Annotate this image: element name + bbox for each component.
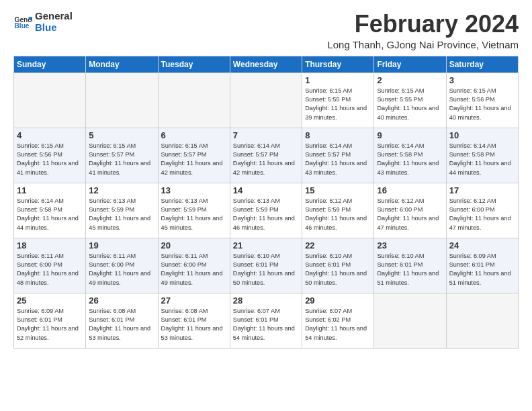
day-info: Sunrise: 6:14 AMSunset: 5:58 PMDaylight:…	[17, 197, 83, 232]
calendar-cell: 19Sunrise: 6:11 AMSunset: 6:00 PMDayligh…	[86, 238, 158, 293]
day-info: Sunrise: 6:11 AMSunset: 6:00 PMDaylight:…	[161, 252, 227, 287]
calendar-cell: 10Sunrise: 6:14 AMSunset: 5:58 PMDayligh…	[446, 128, 518, 183]
calendar-cell: 3Sunrise: 6:15 AMSunset: 5:56 PMDaylight…	[446, 73, 518, 128]
calendar-cell: 14Sunrise: 6:13 AMSunset: 5:59 PMDayligh…	[230, 183, 302, 238]
day-number: 19	[89, 240, 154, 250]
header: General Blue General Blue February 2024 …	[13, 11, 519, 50]
calendar-cell: 26Sunrise: 6:08 AMSunset: 6:01 PMDayligh…	[86, 293, 158, 348]
calendar-cell	[230, 73, 302, 128]
weekday-header-saturday: Saturday	[446, 56, 518, 73]
day-number: 3	[449, 75, 515, 85]
day-info: Sunrise: 6:15 AMSunset: 5:56 PMDaylight:…	[17, 142, 83, 177]
calendar-cell: 23Sunrise: 6:10 AMSunset: 6:01 PMDayligh…	[374, 238, 446, 293]
day-info: Sunrise: 6:07 AMSunset: 6:01 PMDaylight:…	[233, 307, 299, 342]
day-info: Sunrise: 6:12 AMSunset: 5:59 PMDaylight:…	[305, 197, 371, 232]
day-number: 18	[17, 240, 83, 250]
calendar-cell: 13Sunrise: 6:13 AMSunset: 5:59 PMDayligh…	[158, 183, 230, 238]
calendar-cell: 27Sunrise: 6:08 AMSunset: 6:01 PMDayligh…	[158, 293, 230, 348]
day-number: 2	[377, 75, 443, 85]
day-number: 8	[305, 130, 371, 140]
day-number: 10	[449, 130, 515, 140]
day-number: 21	[233, 240, 299, 250]
day-info: Sunrise: 6:14 AMSunset: 5:58 PMDaylight:…	[449, 142, 515, 177]
day-number: 20	[161, 240, 227, 250]
day-info: Sunrise: 6:07 AMSunset: 6:02 PMDaylight:…	[305, 307, 371, 342]
calendar-cell: 29Sunrise: 6:07 AMSunset: 6:02 PMDayligh…	[302, 293, 374, 348]
day-number: 22	[305, 240, 371, 250]
calendar-week-row: 1Sunrise: 6:15 AMSunset: 5:55 PMDaylight…	[14, 73, 519, 128]
day-number: 12	[89, 185, 154, 195]
calendar-cell: 12Sunrise: 6:13 AMSunset: 5:59 PMDayligh…	[86, 183, 158, 238]
day-number: 29	[305, 295, 371, 306]
day-number: 1	[305, 75, 371, 85]
calendar-cell: 11Sunrise: 6:14 AMSunset: 5:58 PMDayligh…	[14, 183, 86, 238]
day-number: 23	[377, 240, 443, 250]
day-number: 6	[161, 130, 227, 140]
day-number: 25	[17, 295, 83, 306]
logo-name-line1: General	[35, 11, 73, 22]
calendar-cell: 9Sunrise: 6:14 AMSunset: 5:58 PMDaylight…	[374, 128, 446, 183]
day-info: Sunrise: 6:09 AMSunset: 6:01 PMDaylight:…	[449, 252, 515, 287]
calendar-cell	[374, 293, 446, 348]
calendar-table: SundayMondayTuesdayWednesdayThursdayFrid…	[13, 56, 519, 349]
day-info: Sunrise: 6:15 AMSunset: 5:57 PMDaylight:…	[161, 142, 227, 177]
calendar-cell	[446, 293, 518, 348]
title-block: February 2024 Long Thanh, GJong Nai Prov…	[327, 11, 519, 50]
calendar-cell: 4Sunrise: 6:15 AMSunset: 5:56 PMDaylight…	[14, 128, 86, 183]
calendar-cell: 21Sunrise: 6:10 AMSunset: 6:01 PMDayligh…	[230, 238, 302, 293]
calendar-cell	[86, 73, 158, 128]
day-number: 4	[17, 130, 83, 140]
day-info: Sunrise: 6:12 AMSunset: 6:00 PMDaylight:…	[377, 197, 443, 232]
weekday-header-wednesday: Wednesday	[230, 56, 302, 73]
calendar-cell: 8Sunrise: 6:14 AMSunset: 5:57 PMDaylight…	[302, 128, 374, 183]
day-info: Sunrise: 6:14 AMSunset: 5:57 PMDaylight:…	[233, 142, 299, 177]
day-info: Sunrise: 6:11 AMSunset: 6:00 PMDaylight:…	[89, 252, 154, 287]
day-number: 13	[161, 185, 227, 195]
calendar-cell: 18Sunrise: 6:11 AMSunset: 6:00 PMDayligh…	[14, 238, 86, 293]
calendar-title: February 2024	[327, 11, 519, 38]
calendar-cell: 15Sunrise: 6:12 AMSunset: 5:59 PMDayligh…	[302, 183, 374, 238]
day-number: 27	[161, 295, 227, 306]
calendar-cell: 6Sunrise: 6:15 AMSunset: 5:57 PMDaylight…	[158, 128, 230, 183]
day-info: Sunrise: 6:13 AMSunset: 5:59 PMDaylight:…	[161, 197, 227, 232]
calendar-cell	[14, 73, 86, 128]
day-number: 14	[233, 185, 299, 195]
day-number: 26	[89, 295, 154, 306]
calendar-week-row: 4Sunrise: 6:15 AMSunset: 5:56 PMDaylight…	[14, 128, 519, 183]
day-info: Sunrise: 6:13 AMSunset: 5:59 PMDaylight:…	[233, 197, 299, 232]
weekday-header-tuesday: Tuesday	[158, 56, 230, 73]
weekday-header-thursday: Thursday	[302, 56, 374, 73]
calendar-cell: 1Sunrise: 6:15 AMSunset: 5:55 PMDaylight…	[302, 73, 374, 128]
day-number: 24	[449, 240, 515, 250]
day-info: Sunrise: 6:14 AMSunset: 5:58 PMDaylight:…	[377, 142, 443, 177]
calendar-week-row: 18Sunrise: 6:11 AMSunset: 6:00 PMDayligh…	[14, 238, 519, 293]
weekday-header-monday: Monday	[86, 56, 158, 73]
calendar-week-row: 11Sunrise: 6:14 AMSunset: 5:58 PMDayligh…	[14, 183, 519, 238]
day-number: 16	[377, 185, 443, 195]
calendar-cell: 20Sunrise: 6:11 AMSunset: 6:00 PMDayligh…	[158, 238, 230, 293]
weekday-header-sunday: Sunday	[14, 56, 86, 73]
day-info: Sunrise: 6:10 AMSunset: 6:01 PMDaylight:…	[377, 252, 443, 287]
calendar-week-row: 25Sunrise: 6:09 AMSunset: 6:01 PMDayligh…	[14, 293, 519, 348]
day-number: 5	[89, 130, 154, 140]
day-number: 11	[17, 185, 83, 195]
day-number: 28	[233, 295, 299, 306]
weekday-header-friday: Friday	[374, 56, 446, 73]
calendar-cell: 7Sunrise: 6:14 AMSunset: 5:57 PMDaylight…	[230, 128, 302, 183]
day-info: Sunrise: 6:15 AMSunset: 5:57 PMDaylight:…	[89, 142, 154, 177]
day-number: 15	[305, 185, 371, 195]
day-info: Sunrise: 6:14 AMSunset: 5:57 PMDaylight:…	[305, 142, 371, 177]
day-info: Sunrise: 6:13 AMSunset: 5:59 PMDaylight:…	[89, 197, 154, 232]
calendar-cell: 24Sunrise: 6:09 AMSunset: 6:01 PMDayligh…	[446, 238, 518, 293]
logo-name-line2: Blue	[35, 22, 73, 34]
day-info: Sunrise: 6:10 AMSunset: 6:01 PMDaylight:…	[305, 252, 371, 287]
day-number: 9	[377, 130, 443, 140]
logo-icon: General Blue	[13, 13, 32, 32]
day-info: Sunrise: 6:12 AMSunset: 6:00 PMDaylight:…	[449, 197, 515, 232]
calendar-header-row: SundayMondayTuesdayWednesdayThursdayFrid…	[14, 56, 519, 73]
day-info: Sunrise: 6:15 AMSunset: 5:55 PMDaylight:…	[305, 87, 371, 122]
svg-text:Blue: Blue	[15, 22, 30, 30]
calendar-cell: 28Sunrise: 6:07 AMSunset: 6:01 PMDayligh…	[230, 293, 302, 348]
day-info: Sunrise: 6:08 AMSunset: 6:01 PMDaylight:…	[161, 307, 227, 342]
day-info: Sunrise: 6:15 AMSunset: 5:55 PMDaylight:…	[377, 87, 443, 122]
